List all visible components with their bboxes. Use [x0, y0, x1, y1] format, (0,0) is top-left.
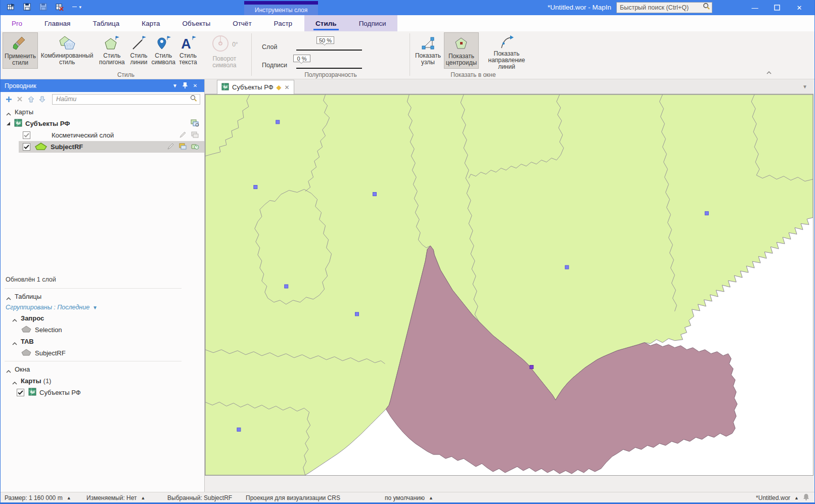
map-style-picker-icon[interactable] — [190, 119, 199, 128]
save-workspace-icon[interactable] — [22, 2, 33, 13]
show-centroids-button[interactable]: Показать центроиды — [444, 32, 479, 69]
polygon-style-icon — [104, 34, 120, 52]
line-style-button[interactable]: Стиль линии — [127, 32, 151, 69]
tab-obekty[interactable]: Объекты — [171, 15, 221, 31]
context-tab-strip — [244, 1, 318, 5]
maximize-button[interactable] — [766, 0, 788, 15]
tab-stil[interactable]: Стиль — [304, 15, 348, 31]
customize-quick-access-icon[interactable]: ▾ — [70, 2, 81, 13]
map-tab-close-icon[interactable]: ✕ — [285, 84, 290, 91]
add-icon[interactable] — [5, 95, 13, 103]
map-tab-active[interactable]: Субъекты РФ ◆ ✕ — [217, 80, 294, 94]
status-editable[interactable]: Изменяемый: Нет▲ — [86, 492, 145, 503]
tab-podpisi[interactable]: Подписи — [348, 15, 397, 31]
layer-theme-icon — [191, 131, 199, 140]
map-window-label[interactable]: Субъекты РФ — [39, 389, 81, 396]
ribbon-collapse-icon[interactable] — [766, 68, 772, 77]
cosmetic-layer-checkbox[interactable] — [23, 131, 30, 139]
layer-transparency-slider[interactable]: 50 % — [296, 40, 362, 54]
symbol-style-button[interactable]: Стиль символа — [150, 32, 176, 69]
layer-slider-label: Слой — [262, 43, 290, 51]
cosmetic-layer-label[interactable]: Косметический слой — [52, 131, 114, 139]
minimize-button[interactable]: — — [744, 0, 766, 15]
status-workspace[interactable]: *Untitled.wor — [756, 494, 790, 501]
show-line-direction-button[interactable]: Показать направление линий — [479, 32, 534, 69]
expand-arrow-icon[interactable]: ▲ — [794, 495, 799, 500]
centroid-marker — [237, 428, 241, 431]
collapse-icon[interactable] — [6, 295, 12, 299]
tab-tablitsa[interactable]: Таблица — [81, 15, 130, 31]
map-node[interactable]: Субъекты РФ — [1, 118, 204, 129]
status-size[interactable]: Размер: 1 160 000 m▲ — [5, 492, 71, 503]
status-projection-default[interactable]: по умолчанию▲ — [385, 492, 433, 503]
collapse-icon[interactable] — [6, 368, 12, 372]
collapse-icon[interactable] — [12, 340, 18, 344]
tab-pro[interactable]: Pro — [1, 15, 33, 31]
expander-icon[interactable] — [7, 122, 10, 125]
tab-karta[interactable]: Карта — [130, 15, 171, 31]
edit-layer-icon — [179, 131, 187, 140]
section-tables[interactable]: Таблицы — [1, 291, 204, 302]
tab-otchet[interactable]: Отчёт — [221, 15, 262, 31]
query-group-row[interactable]: Запрос — [1, 312, 204, 324]
collapse-icon[interactable] — [12, 316, 18, 320]
collapse-icon[interactable] — [12, 379, 18, 383]
quick-search-box[interactable] — [616, 2, 712, 13]
context-tabs: Стиль Подписи — [304, 15, 397, 31]
panel-menu-icon[interactable]: ▼ — [170, 83, 180, 88]
expand-arrow-icon[interactable]: ▲ — [67, 495, 71, 500]
grouping-dropdown-icon[interactable]: ▼ — [93, 305, 98, 310]
open-table-icon[interactable] — [6, 2, 17, 13]
map-window-checkbox[interactable] — [17, 389, 24, 396]
search-icon[interactable] — [702, 3, 710, 13]
show-nodes-button[interactable]: Показать узлы — [412, 32, 444, 69]
expand-arrow-icon[interactable]: ▲ — [141, 495, 146, 500]
notifications-bell-icon[interactable] — [803, 493, 809, 502]
quick-access-toolbar: ▾ — [6, 2, 81, 13]
quick-search-input[interactable] — [619, 4, 702, 12]
window-list-dropdown-icon[interactable]: ▼ — [802, 84, 807, 89]
divider — [5, 361, 182, 361]
expand-arrow-icon[interactable]: ▲ — [429, 495, 433, 500]
section-windows[interactable]: Окна — [1, 363, 204, 375]
centroid-marker — [373, 192, 376, 196]
show-line-direction-icon — [499, 34, 514, 50]
combined-style-button[interactable]: Комбинированный стиль — [38, 32, 96, 69]
text-style-icon: A — [180, 34, 196, 52]
polygon-style-button[interactable]: Стиль полигона — [97, 32, 127, 69]
apply-styles-button[interactable]: Применить стили — [3, 32, 38, 69]
text-style-button[interactable]: A Стиль текста — [176, 32, 200, 69]
subjectrf-layer-label[interactable]: SubjectRF — [51, 143, 83, 151]
find-search-icon[interactable] — [190, 95, 197, 104]
statusbar: Размер: 1 160 000 m▲ Изменяемый: Нет▲ Вы… — [1, 492, 814, 502]
subjectrf-layer-row[interactable]: SubjectRF — [19, 141, 204, 153]
edit-layer-icon[interactable] — [167, 143, 174, 152]
cosmetic-layer-row[interactable]: Косметический слой — [1, 129, 204, 141]
tab-group-row[interactable]: TAB — [1, 336, 204, 347]
close-table-icon[interactable] — [54, 2, 65, 13]
layer-theme-icon[interactable] — [178, 143, 187, 152]
layer-activity-icon[interactable] — [191, 143, 199, 152]
show-nodes-icon — [420, 34, 435, 52]
map-node-label[interactable]: Субъекты РФ — [25, 120, 70, 127]
windows-maps-group-row[interactable]: Карты (1) — [1, 375, 204, 387]
map-viewport[interactable] — [205, 94, 813, 476]
close-button[interactable]: ✕ — [788, 0, 810, 15]
tab-rastr[interactable]: Растр — [263, 15, 304, 31]
subjectrf-table-row[interactable]: SubjectRF — [1, 347, 204, 359]
tab-glavnaya[interactable]: Главная — [33, 15, 81, 31]
map-window-row[interactable]: Субъекты РФ — [1, 387, 204, 398]
map-canvas[interactable] — [205, 95, 813, 475]
move-up-icon — [27, 95, 35, 103]
labels-transparency-slider[interactable]: 0 % — [296, 59, 362, 72]
pin-icon[interactable] — [180, 82, 190, 90]
tables-grouping-control[interactable]: Сгруппированы : Последние ▼ — [1, 302, 204, 312]
table-polygon-icon — [21, 326, 32, 334]
panel-close-icon[interactable]: ✕ — [190, 83, 200, 88]
collapse-icon[interactable] — [6, 110, 12, 114]
selection-table-row[interactable]: Selection — [1, 324, 204, 336]
find-box[interactable] — [52, 94, 200, 105]
section-maps[interactable]: Карты — [1, 106, 204, 118]
subjectrf-layer-checkbox[interactable] — [23, 143, 30, 151]
find-input[interactable] — [55, 95, 190, 103]
